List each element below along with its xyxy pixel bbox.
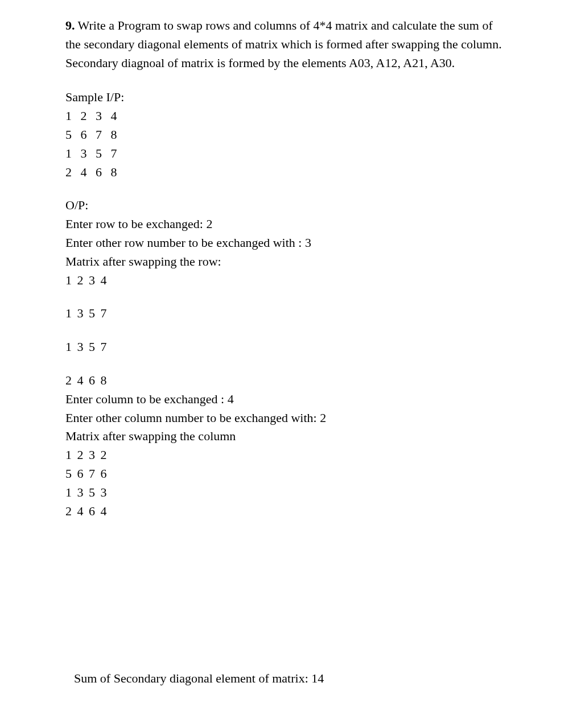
after-col-label: Matrix after swapping the column: [65, 428, 514, 445]
col-matrix-2: 1 3 5 3: [65, 484, 514, 502]
sample-ip-label: Sample I/P:: [65, 89, 514, 106]
row-prompt-2: Enter other row number to be exchanged w…: [65, 234, 514, 252]
question-line-1: 9. Write a Program to swap rows and colu…: [65, 17, 514, 35]
row-matrix-1: 1 3 5 7: [65, 305, 514, 322]
ip-row-3: 2 4 6 8: [65, 164, 514, 181]
question-text-2: the secondary diagonal elements of matri…: [65, 36, 514, 53]
sample-input-block: Sample I/P: 1 2 3 4 5 6 7 8 1 3 5 7 2 4 …: [65, 89, 514, 181]
col-matrix-1: 5 6 7 6: [65, 465, 514, 483]
ip-row-0: 1 2 3 4: [65, 107, 514, 125]
row-prompt-1: Enter row to be exchanged: 2: [65, 216, 514, 233]
question-text-1: Write a Program to swap rows and columns…: [78, 18, 493, 32]
sum-line: Sum of Secondary diagonal element of mat…: [74, 670, 324, 688]
row-matrix-3: 2 4 6 8: [65, 372, 514, 390]
after-row-label: Matrix after swapping the row:: [65, 253, 514, 271]
ip-row-1: 5 6 7 8: [65, 126, 514, 144]
col-prompt-1: Enter column to be exchanged : 4: [65, 391, 514, 408]
op-label: O/P:: [65, 197, 514, 214]
question-text-3: Secondary diagnoal of matrix is formed b…: [65, 55, 514, 72]
ip-row-2: 1 3 5 7: [65, 145, 514, 163]
question-block: 9. Write a Program to swap rows and colu…: [65, 17, 514, 72]
row-matrix-2: 1 3 5 7: [65, 338, 514, 356]
row-matrix-0: 1 2 3 4: [65, 272, 514, 289]
question-number: 9.: [65, 18, 75, 32]
col-matrix-0: 1 2 3 2: [65, 446, 514, 464]
col-matrix-3: 2 4 6 4: [65, 503, 514, 520]
output-block: O/P: Enter row to be exchanged: 2 Enter …: [65, 197, 514, 520]
col-prompt-2: Enter other column number to be exchange…: [65, 410, 514, 427]
